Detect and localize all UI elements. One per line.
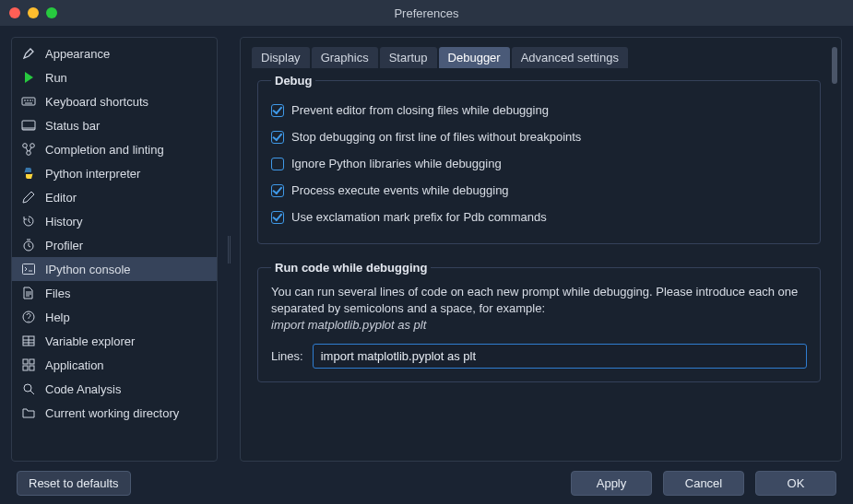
history-icon (21, 214, 36, 229)
checkbox-label: Prevent editor from closing files while … (291, 103, 549, 117)
svg-point-14 (24, 384, 31, 392)
sidebar-item-status-bar[interactable]: Status bar (12, 113, 217, 137)
debug-option-stop-first-line: Stop debugging on first line of files wi… (271, 123, 807, 150)
tab-advanced[interactable]: Advanced settings (512, 47, 628, 68)
sidebar-item-ipython-console[interactable]: IPython console (12, 257, 217, 281)
checkbox-process-events[interactable] (271, 184, 284, 197)
sidebar-item-label: Code Analysis (45, 382, 121, 396)
scrollbar-thumb[interactable] (832, 47, 837, 84)
svg-rect-11 (30, 359, 34, 364)
pencil-icon (21, 190, 36, 205)
sidebar-item-cwd[interactable]: Current working directory (12, 401, 217, 425)
window-controls (0, 7, 57, 18)
timer-icon (21, 238, 36, 252)
ok-button[interactable]: OK (755, 471, 836, 496)
checkbox-label: Ignore Python libraries while debugging (291, 157, 502, 170)
magnify-icon (21, 381, 36, 396)
sidebar-item-profiler[interactable]: Profiler (12, 233, 217, 257)
svg-rect-7 (23, 264, 35, 275)
tab-display[interactable]: Display (252, 47, 310, 68)
tab-debugger[interactable]: Debugger (439, 47, 510, 68)
minimize-window-button[interactable] (28, 7, 39, 18)
sidebar-item-label: Help (45, 311, 70, 324)
svg-rect-12 (23, 366, 28, 370)
sidebar-item-label: Keyboard shortcuts (45, 95, 148, 109)
sidebar-item-label: Files (45, 287, 70, 300)
svg-point-5 (27, 151, 31, 156)
lines-label: Lines: (271, 349, 303, 363)
lines-input[interactable] (313, 344, 807, 369)
sidebar-item-variable-explorer[interactable]: Variable explorer (12, 329, 217, 353)
cancel-button[interactable]: Cancel (663, 471, 744, 496)
sidebar-item-editor[interactable]: Editor (12, 185, 217, 209)
checkbox-prevent-close[interactable] (271, 104, 284, 117)
checkbox-pdb-prefix[interactable] (271, 211, 284, 224)
sidebar-item-label: Completion and linting (45, 143, 164, 157)
close-window-button[interactable] (9, 7, 20, 18)
checkbox-label: Stop debugging on first line of files wi… (291, 130, 581, 144)
runcode-group: Run code while debugging You can run sev… (257, 261, 821, 382)
brush-icon (21, 46, 36, 61)
svg-point-4 (30, 144, 35, 148)
checkbox-label: Process execute events while debugging (291, 183, 509, 197)
debug-option-prevent-close: Prevent editor from closing files while … (271, 97, 807, 123)
splitter-handle (228, 236, 231, 264)
dialog-footer: Reset to defaults Apply Cancel OK (0, 462, 853, 504)
svg-point-3 (23, 144, 28, 148)
table-icon (21, 334, 36, 348)
play-icon (21, 70, 36, 85)
svg-rect-2 (22, 127, 35, 130)
window-title: Preferences (0, 6, 853, 20)
titlebar: Preferences (0, 0, 853, 26)
apply-button[interactable]: Apply (571, 471, 652, 496)
sidebar-item-code-analysis[interactable]: Code Analysis (12, 377, 217, 401)
debug-option-pdb-prefix: Use exclamation mark prefix for Pdb comm… (271, 204, 807, 230)
pane-splitter[interactable] (227, 37, 231, 462)
sidebar-item-run[interactable]: Run (12, 65, 217, 89)
sidebar-item-label: IPython console (45, 263, 131, 276)
sidebar-item-label: Editor (45, 191, 77, 205)
sidebar-item-label: Current working directory (45, 406, 179, 420)
tab-graphics[interactable]: Graphics (312, 47, 378, 68)
sidebar-item-python-interpreter[interactable]: Python interpreter (12, 161, 217, 185)
preferences-sidebar: AppearanceRunKeyboard shortcutsStatus ba… (11, 37, 218, 462)
runcode-description: You can run several lines of code on eac… (271, 284, 807, 317)
keyboard-icon (21, 94, 36, 109)
debug-option-process-events: Process execute events while debugging (271, 177, 807, 204)
checkbox-stop-first-line[interactable] (271, 131, 284, 144)
svg-rect-0 (22, 98, 35, 105)
help-icon (21, 310, 36, 324)
debug-option-ignore-pylib: Ignore Python libraries while debugging (271, 150, 807, 177)
sidebar-item-label: Profiler (45, 239, 83, 252)
checkbox-label: Use exclamation mark prefix for Pdb comm… (291, 210, 547, 224)
sidebar-item-label: Variable explorer (45, 334, 135, 348)
tab-startup[interactable]: Startup (380, 47, 437, 68)
sidebar-item-keyboard-shortcuts[interactable]: Keyboard shortcuts (12, 89, 217, 113)
sidebar-item-files[interactable]: Files (12, 281, 217, 305)
debug-group-legend: Debug (271, 74, 315, 88)
sidebar-item-application[interactable]: Application (12, 353, 217, 377)
sidebar-item-label: Appearance (45, 47, 110, 61)
sidebar-item-help[interactable]: Help (12, 305, 217, 329)
sidebar-item-completion-linting[interactable]: Completion and linting (12, 137, 217, 161)
reset-defaults-button[interactable]: Reset to defaults (17, 471, 131, 496)
completion-icon (21, 142, 36, 157)
sidebar-item-label: Python interpreter (45, 167, 140, 181)
python-icon (21, 166, 36, 181)
files-icon (21, 286, 36, 300)
preferences-main-panel: DisplayGraphicsStartupDebuggerAdvanced s… (240, 37, 842, 462)
sidebar-item-label: Status bar (45, 119, 100, 133)
sidebar-item-appearance[interactable]: Appearance (12, 41, 217, 65)
tab-content: Debug Prevent editor from closing files … (241, 68, 841, 458)
grid-icon (21, 357, 36, 372)
statusbar-icon (21, 118, 36, 133)
debug-group: Debug Prevent editor from closing files … (257, 74, 821, 244)
sidebar-item-history[interactable]: History (12, 209, 217, 233)
sidebar-item-label: History (45, 215, 82, 229)
checkbox-ignore-pylib[interactable] (271, 158, 284, 170)
svg-rect-13 (30, 366, 34, 370)
sidebar-item-label: Run (45, 71, 67, 85)
console-icon (21, 262, 36, 276)
zoom-window-button[interactable] (46, 7, 57, 18)
folder-icon (21, 405, 36, 420)
